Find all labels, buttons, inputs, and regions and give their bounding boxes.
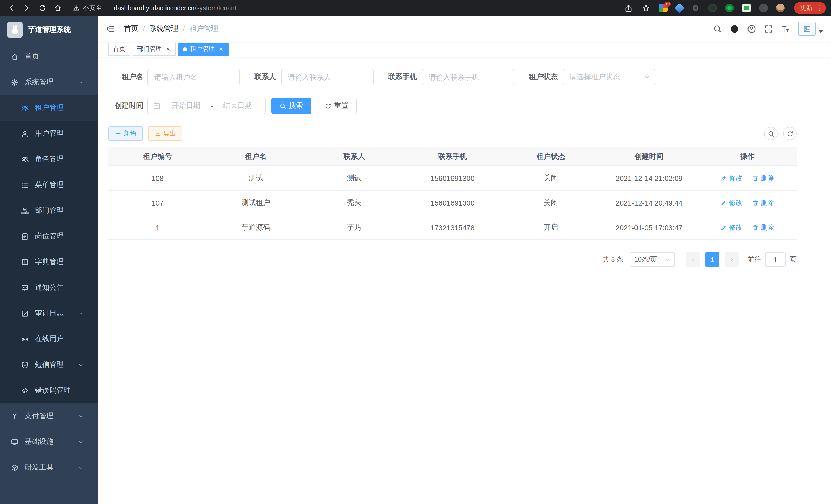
github-icon[interactable] [730, 24, 739, 33]
col-created: 创建时间 [600, 147, 698, 166]
sidebar-item-role[interactable]: 角色管理 [0, 146, 98, 172]
goto-page-input[interactable] [765, 252, 786, 267]
extension-icon-4[interactable] [708, 4, 717, 12]
delete-link[interactable]: 删除 [753, 198, 774, 207]
user-icon [21, 130, 29, 138]
add-button[interactable]: 新增 [109, 126, 143, 141]
kebab-menu-icon[interactable]: ⋮ [816, 4, 823, 12]
edit-link[interactable]: 修改 [721, 173, 742, 183]
breadcrumb-home[interactable]: 首页 [124, 24, 138, 33]
sidebar-item-home[interactable]: 首页 [0, 44, 98, 69]
goto-label: 前往 [748, 255, 761, 264]
sidebar-item-dev-tools[interactable]: 研发工具 [0, 455, 98, 480]
page-size-select[interactable]: 10条/页 [630, 252, 675, 267]
sidebar-item-payment[interactable]: 支付管理 [0, 403, 98, 429]
infrastructure-icon [11, 438, 19, 446]
sidebar-item-infra[interactable]: 基础设施 [0, 429, 98, 455]
filter-row-1: 租户名 联系人 联系手机 租户状态 请选择租户状态 [109, 69, 797, 85]
breadcrumb-system[interactable]: 系统管理 [149, 24, 178, 33]
active-dot [183, 47, 187, 51]
sidebar-item-error-code[interactable]: 错误码管理 [0, 378, 98, 403]
table-row: 1 芋道源码 芋艿 17321315478 开启 2021-01-05 17:0… [109, 215, 797, 240]
sidebar-item-menu[interactable]: 菜单管理 [0, 172, 98, 198]
cell-contact: 芋艿 [305, 215, 403, 240]
sidebar-item-audit-log[interactable]: 审计日志 [0, 301, 98, 326]
status-label: 租户状态 [529, 72, 557, 82]
export-button[interactable]: 导出 [148, 126, 182, 141]
dev-tools-icon [11, 464, 19, 471]
help-icon[interactable] [747, 24, 756, 33]
phone-input[interactable] [422, 69, 514, 85]
close-icon[interactable]: × [165, 46, 171, 52]
sidebar-item-tenant[interactable]: 租户管理 [0, 95, 98, 121]
logo[interactable]: 芋道管理系统 [0, 16, 98, 44]
tenant-name-input[interactable] [147, 69, 240, 85]
avatar [798, 22, 815, 36]
table-header-row: 租户编号 租户名 联系人 联系手机 租户状态 创建时间 操作 [109, 147, 797, 166]
edit-link[interactable]: 修改 [721, 223, 742, 232]
sms-shield-icon [21, 361, 29, 368]
tag-home[interactable]: 首页 [109, 42, 130, 56]
sidebar-item-online-user[interactable]: 在线用户 [0, 326, 98, 352]
start-date-placeholder[interactable]: 开始日期 [164, 101, 208, 111]
tags-view: 首页 部门管理× 租户管理× [98, 41, 831, 57]
back-button[interactable] [5, 2, 18, 14]
prev-page-button[interactable] [686, 252, 700, 267]
sidebar-item-dict[interactable]: 字典管理 [0, 249, 98, 275]
search-icon[interactable] [713, 24, 722, 33]
contact-label: 联系人 [254, 72, 276, 82]
cell-contact: 测试 [305, 166, 403, 190]
toggle-search-button[interactable] [764, 127, 778, 140]
chevron-right-icon [729, 256, 735, 263]
sidebar-item-user[interactable]: 用户管理 [0, 121, 98, 146]
bookmark-star-icon[interactable] [642, 4, 650, 12]
extension-icon-2[interactable] [674, 3, 685, 13]
date-range-picker[interactable]: 开始日期 - 结束日期 [147, 98, 266, 114]
delete-link[interactable]: 删除 [753, 173, 774, 183]
extension-icon-1[interactable]: 10 [659, 4, 667, 12]
refresh-icon [325, 102, 332, 109]
collapse-sidebar-icon[interactable] [106, 24, 115, 33]
close-icon[interactable]: × [218, 46, 224, 52]
sidebar-item-post[interactable]: 岗位管理 [0, 224, 98, 249]
extension-icon-7[interactable] [759, 4, 768, 12]
home-icon [11, 53, 19, 60]
sidebar-item-sms[interactable]: 短信管理 [0, 352, 98, 378]
delete-link[interactable]: 删除 [753, 223, 774, 232]
sidebar: 芋道管理系统 首页 系统管理 租户管理 用户管理 角色管理 菜单管理 部门管理 … [0, 16, 98, 504]
trash-icon [753, 200, 759, 206]
contact-input[interactable] [281, 69, 374, 85]
next-page-button[interactable] [725, 252, 739, 267]
end-date-placeholder[interactable]: 结束日期 [215, 101, 260, 111]
status-select[interactable]: 请选择租户状态 [563, 69, 655, 85]
sidebar-item-system[interactable]: 系统管理 [0, 69, 98, 95]
col-phone: 联系手机 [403, 147, 502, 166]
sidebar-item-notice[interactable]: 通知公告 [0, 275, 98, 301]
tag-dept[interactable]: 部门管理× [133, 42, 176, 56]
col-tenant-name: 租户名 [207, 147, 305, 166]
navbar-actions [705, 22, 823, 36]
page-number-active[interactable]: 1 [705, 252, 719, 267]
chevron-down-icon [78, 310, 84, 316]
refresh-table-button[interactable] [783, 127, 797, 140]
announcement-icon [21, 284, 29, 292]
sidebar-item-dept[interactable]: 部门管理 [0, 198, 98, 224]
reload-button[interactable] [36, 2, 48, 14]
address-bar[interactable]: 不安全 dashboard.yudao.iocoder.cn/system/te… [73, 4, 620, 12]
user-avatar-menu[interactable] [798, 22, 823, 36]
fullscreen-icon[interactable] [764, 24, 773, 33]
font-size-icon[interactable] [781, 24, 790, 33]
tag-tenant[interactable]: 租户管理× [178, 42, 229, 56]
extension-icon-8[interactable] [776, 4, 785, 12]
extension-icon-5[interactable] [725, 4, 734, 12]
edit-link[interactable]: 修改 [721, 198, 742, 207]
reset-button[interactable]: 重置 [317, 98, 357, 114]
home-button[interactable] [51, 2, 64, 14]
forward-button[interactable] [21, 2, 33, 14]
browser-update-button[interactable]: 更新 ⋮ [794, 2, 826, 14]
cell-contact: 秃头 [305, 190, 403, 215]
search-button[interactable]: 搜索 [271, 98, 311, 114]
extension-icon-6[interactable] [742, 4, 751, 12]
extension-icon-3[interactable] [691, 4, 700, 12]
share-icon[interactable] [624, 4, 633, 12]
